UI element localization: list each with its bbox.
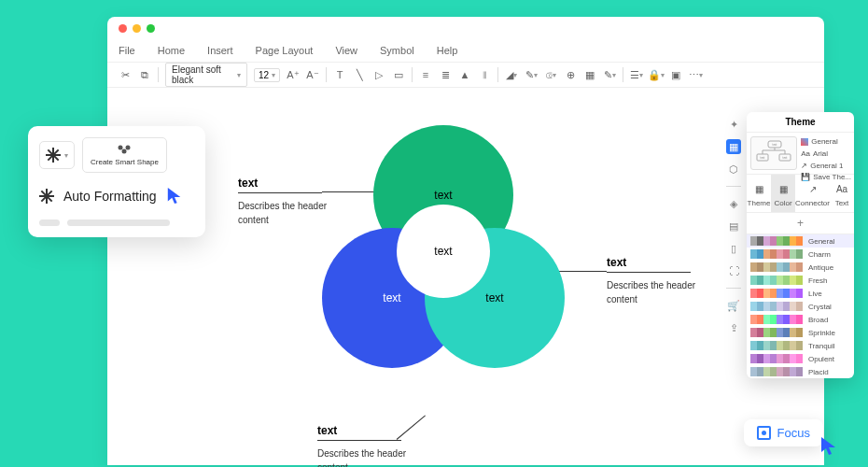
distribute-icon[interactable]: ⫴: [478, 68, 491, 81]
palette-row[interactable]: Sprinkle: [747, 326, 854, 339]
menu-insert[interactable]: Insert: [207, 45, 233, 56]
menu-help[interactable]: Help: [437, 45, 458, 56]
burst-button[interactable]: ▾: [39, 141, 75, 169]
menu-bar: File Home Insert Page Layout View Symbol…: [107, 39, 824, 62]
palette-row[interactable]: Tranquil: [747, 339, 854, 352]
theme-opt-save[interactable]: 💾Save The...: [801, 172, 851, 184]
toolbar: ✂ ⧉ Elegant soft black▾ 12▾ A⁺ A⁻ T ╲ ▷ …: [107, 62, 824, 88]
close-icon[interactable]: [119, 24, 127, 33]
expand-icon[interactable]: ⛶: [726, 263, 741, 278]
copy-icon[interactable]: ⧉: [138, 68, 151, 81]
more-icon[interactable]: ⋯▾: [689, 68, 702, 81]
sparkle-icon[interactable]: ✦: [726, 117, 741, 132]
palette-row[interactable]: Placid: [747, 365, 854, 378]
menu-pagelayout[interactable]: Page Layout: [256, 45, 314, 56]
svg-text:text: text: [761, 156, 765, 160]
theme-panel: Theme texttexttext General AaArial ↗Gene…: [747, 112, 854, 378]
venn-diagram[interactable]: text text text text: [313, 125, 574, 387]
font-decrease-icon[interactable]: A⁻: [306, 68, 319, 81]
line-icon[interactable]: ╲: [353, 68, 366, 81]
font-select[interactable]: Elegant soft black▾: [165, 63, 247, 87]
palette-row[interactable]: Charm: [747, 248, 854, 261]
svg-point-2: [122, 149, 127, 154]
menu-view[interactable]: View: [335, 45, 357, 56]
right-icon-strip: ✦ ▦ ⬡ ◈ ▤ ▯ ⛶ 🛒 ⇪: [723, 117, 744, 335]
title-bar: [107, 17, 824, 39]
cart-icon[interactable]: 🛒: [726, 298, 741, 313]
theme-title: Theme: [747, 112, 854, 133]
theme-opt-general[interactable]: General: [801, 136, 851, 149]
pen-icon[interactable]: ✎▾: [603, 68, 616, 81]
palette-row[interactable]: Broad: [747, 313, 854, 326]
tab-theme[interactable]: ▦Theme: [747, 175, 771, 212]
lock-icon[interactable]: 🔒▾: [650, 68, 663, 81]
tab-color[interactable]: ▦Color: [771, 175, 795, 212]
diagram-label[interactable]: text Describes the header content: [317, 424, 411, 467]
pointer-icon[interactable]: ▷: [372, 68, 385, 81]
palette-list: GeneralCharmAntiqueFreshLiveCrystalBroad…: [747, 234, 854, 378]
auto-format-popup: ▾ Create Smart Shape Auto Formatting: [28, 126, 205, 237]
bucket-icon[interactable]: ◢▾: [505, 68, 518, 81]
create-smart-shape-button[interactable]: Create Smart Shape: [82, 137, 167, 173]
svg-text:text: text: [783, 156, 788, 160]
palette-row[interactable]: Fresh: [747, 274, 854, 287]
menu-home[interactable]: Home: [158, 45, 185, 56]
auto-formatting-row[interactable]: Auto Formatting: [39, 186, 194, 206]
cursor-icon: [166, 186, 183, 206]
svg-point-0: [119, 146, 123, 150]
palette-row[interactable]: Antique: [747, 261, 854, 274]
grid-icon[interactable]: ▦: [726, 139, 741, 154]
group-icon[interactable]: ▣: [669, 68, 682, 81]
theme-preview[interactable]: texttexttext: [750, 136, 797, 170]
doc-icon[interactable]: ▯: [726, 241, 741, 256]
palette-row[interactable]: Live: [747, 287, 854, 300]
palette-row[interactable]: General: [747, 234, 854, 248]
canvas[interactable]: text Describes the header content text D…: [107, 88, 824, 465]
cube-icon[interactable]: ◈: [726, 196, 741, 211]
diagram-label[interactable]: text Describes the header content: [607, 256, 700, 306]
align2-icon[interactable]: ≣: [439, 68, 452, 81]
align-icon[interactable]: ≡: [419, 68, 432, 81]
layers-icon[interactable]: ☰▾: [630, 68, 643, 81]
maximize-icon[interactable]: [147, 24, 155, 33]
hex-icon[interactable]: ⬡: [726, 162, 741, 177]
venn-center[interactable]: text: [397, 205, 490, 298]
page-icon[interactable]: ▤: [726, 219, 741, 234]
share-icon[interactable]: ⇪: [726, 320, 741, 335]
fill-icon[interactable]: ▲: [458, 68, 471, 81]
add-palette-button[interactable]: +: [747, 213, 854, 234]
font-increase-icon[interactable]: A⁺: [287, 68, 300, 81]
eyedrop-icon[interactable]: ✎▾: [525, 68, 538, 81]
slider[interactable]: [39, 219, 194, 226]
palette-row[interactable]: Crystal: [747, 300, 854, 313]
zoom-icon[interactable]: ⊕: [564, 68, 577, 81]
focus-icon: [757, 426, 771, 440]
palette-row[interactable]: Opulent: [747, 352, 854, 365]
svg-point-1: [126, 146, 131, 150]
cursor-icon: [819, 435, 838, 458]
cut-icon[interactable]: ✂: [119, 68, 132, 81]
menu-symbol[interactable]: Symbol: [380, 45, 414, 56]
size-select[interactable]: 12▾: [254, 68, 280, 82]
theme-opt-general1[interactable]: ↗General 1: [801, 161, 851, 173]
app-window: File Home Insert Page Layout View Symbol…: [107, 17, 824, 465]
minimize-icon[interactable]: [133, 24, 141, 33]
crop-icon[interactable]: ⟃▾: [544, 68, 557, 81]
focus-button[interactable]: Focus: [744, 419, 823, 446]
text-icon[interactable]: T: [333, 68, 346, 81]
theme-opt-font[interactable]: AaArial: [801, 149, 851, 161]
menu-file[interactable]: File: [119, 45, 135, 56]
grid-icon[interactable]: ▦: [583, 68, 596, 81]
shape-icon[interactable]: ▭: [392, 68, 405, 81]
svg-text:text: text: [773, 143, 777, 147]
